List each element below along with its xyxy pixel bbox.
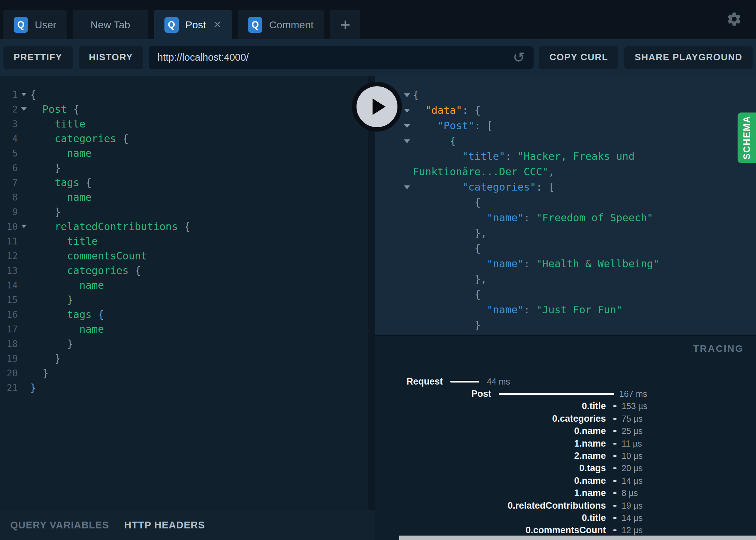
tracing-row: 1.name 11 µs (375, 437, 756, 450)
top-bar: Q User New Tab Q Post ✕ Q Comment + (0, 0, 756, 39)
query-editor-line: 20 } (0, 366, 368, 380)
tracing-duration-bar (450, 381, 479, 382)
tracing-duration-value: 8 µs (622, 488, 638, 498)
tracing-row: 0.categories 75 µs (375, 412, 756, 425)
query-tab[interactable]: Q Post ✕ (154, 10, 232, 39)
tracing-dash (613, 480, 616, 482)
fold-arrow-icon[interactable] (404, 185, 410, 189)
query-code: } (30, 367, 48, 379)
tracing-row: Post 167 ms (375, 388, 756, 400)
tracing-resolver-label: 2.name (375, 451, 606, 461)
line-number: 10 (0, 221, 18, 232)
settings-gear-icon[interactable] (726, 11, 742, 27)
line-number: 11 (0, 236, 18, 246)
response-json: { (413, 135, 456, 147)
fold-arrow-icon[interactable] (404, 124, 410, 128)
query-code: title (30, 118, 86, 130)
refresh-schema-icon[interactable]: ↺ (513, 50, 525, 65)
share-playground-button[interactable]: SHARE PLAYGROUND (624, 46, 753, 69)
tracing-dash (613, 529, 616, 531)
tab-label: Comment (269, 19, 314, 31)
query-tab[interactable]: Q User (3, 10, 67, 39)
query-editor-line: 2 Post { (0, 102, 368, 117)
tracing-resolver-label: 1.name (375, 438, 606, 449)
tracing-row: 0.tags 20 µs (375, 462, 756, 475)
tracing-resolver-label: Post (375, 389, 491, 399)
pane-resize-divider[interactable] (368, 76, 375, 510)
query-variables-tab[interactable]: QUERY VARIABLES (10, 520, 109, 531)
line-number: 13 (0, 265, 18, 276)
tracing-duration-bar (499, 393, 614, 395)
line-number: 8 (0, 192, 18, 202)
response-json: "name": "Health & Wellbeing" (413, 258, 659, 270)
tracing-resolver-label: 0.relatedContributions (375, 500, 606, 511)
tracing-dash (613, 455, 616, 457)
query-tab[interactable]: Q Comment (238, 10, 324, 39)
tracing-row: Request 44 ms (375, 375, 756, 388)
response-json: { (413, 242, 481, 254)
response-line: } (375, 317, 756, 333)
new-tab-button[interactable]: + (330, 10, 360, 39)
response-line: "categories": [ (375, 179, 756, 195)
tracing-dash (613, 492, 616, 494)
tracing-duration-value: 153 µs (622, 401, 648, 411)
tracing-rows: Request 44 ms Post 167 ms 0.title 153 µs… (375, 375, 756, 540)
query-code: } (30, 162, 61, 174)
query-code: categories { (30, 133, 129, 145)
tracing-duration-value: 14 µs (622, 513, 643, 523)
line-number: 16 (0, 309, 18, 320)
tracing-resolver-label: 0.categories (375, 414, 606, 424)
query-editor-line: 19 } (0, 351, 368, 366)
history-button[interactable]: HISTORY (79, 46, 143, 69)
query-code: Post { (30, 103, 79, 115)
fold-arrow-icon[interactable] (404, 109, 410, 112)
schema-side-tab[interactable]: SCHEMA (738, 112, 756, 163)
tracing-dash (613, 505, 616, 507)
query-type-badge: Q (14, 17, 28, 33)
query-code: tags { (30, 177, 92, 189)
fold-arrow-icon[interactable] (404, 93, 410, 97)
response-line: "name": "Health & Wellbeing" (375, 256, 756, 271)
query-editor-line: 13 categories { (0, 263, 368, 278)
response-json: { (413, 288, 481, 300)
execute-query-button[interactable] (352, 82, 402, 132)
tracing-resolver-label: 0.tags (375, 463, 606, 474)
response-json: { (413, 89, 419, 101)
http-headers-tab[interactable]: HTTP HEADERS (124, 520, 205, 531)
response-json: }, (413, 273, 487, 285)
tracing-panel: TRACING Request 44 ms Post 167 ms 0.titl… (375, 336, 756, 540)
query-editor-line: 11 title (0, 234, 368, 249)
query-editor-line: 12 commentsCount (0, 249, 368, 263)
query-code: name (30, 191, 92, 203)
query-tab[interactable]: New Tab (73, 10, 148, 39)
fold-arrow-icon[interactable] (404, 139, 410, 143)
prettify-button[interactable]: PRETTIFY (3, 46, 73, 69)
line-number: 9 (0, 207, 18, 217)
query-editor-line: 17 name (0, 322, 368, 336)
endpoint-url-input[interactable] (158, 52, 508, 63)
response-line: "name": "Just For Fun" (375, 302, 756, 317)
line-number: 21 (0, 382, 18, 393)
response-line: { (375, 241, 756, 256)
query-code: { (30, 89, 36, 101)
tracing-resolver-label: 0.name (375, 426, 606, 436)
query-code: } (30, 382, 36, 394)
query-editor-line: 6 } (0, 161, 368, 175)
copy-curl-button[interactable]: COPY CURL (539, 46, 618, 69)
query-code: } (30, 206, 61, 218)
line-number: 14 (0, 280, 18, 290)
response-json: } (413, 319, 481, 331)
close-tab-icon[interactable]: ✕ (214, 19, 221, 30)
line-number: 6 (0, 163, 18, 173)
tracing-duration-value: 10 µs (622, 451, 643, 461)
line-number: 7 (0, 177, 18, 188)
endpoint-url-field[interactable]: ↺ (149, 46, 534, 69)
query-editor-line: 8 name (0, 190, 368, 205)
query-editor-line: 18 } (0, 336, 368, 351)
response-json: Funktionäre...Der CCC", (413, 166, 554, 178)
query-editor[interactable]: 1 { 2 Post { 3 title 4 categories { 5 n (0, 76, 368, 510)
tracing-resolver-label: 0.title (375, 401, 606, 411)
horizontal-scrollbar[interactable] (399, 536, 756, 540)
response-json: "Post": [ (413, 120, 493, 132)
tracing-row: 0.name 25 µs (375, 425, 756, 437)
